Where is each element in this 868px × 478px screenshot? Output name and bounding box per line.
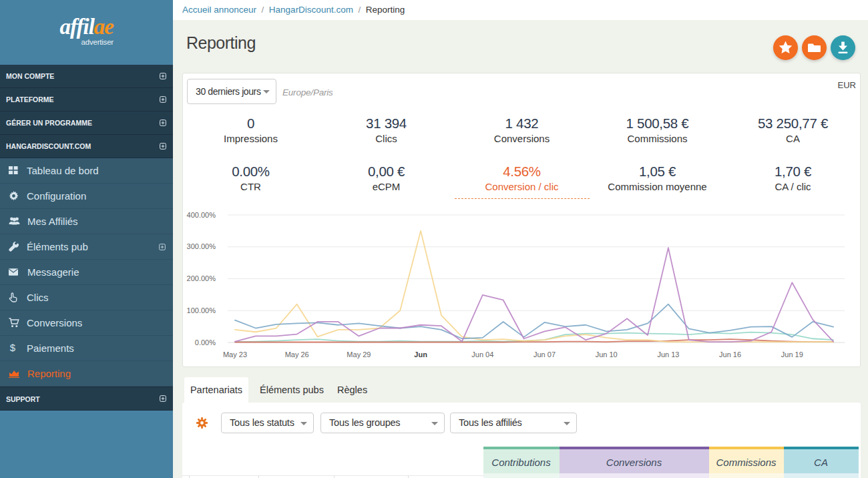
svg-text:Jun: Jun (414, 350, 427, 358)
svg-text:$: $ (10, 342, 16, 353)
svg-text:May 23: May 23 (223, 350, 247, 358)
svg-text:Jun 16: Jun 16 (719, 350, 741, 358)
svg-text:200.00%: 200.00% (187, 274, 216, 282)
svg-text:Jun 13: Jun 13 (657, 350, 679, 358)
svg-text:Jun 04: Jun 04 (471, 350, 493, 358)
svg-text:400.00%: 400.00% (187, 211, 216, 219)
svg-text:Jun 07: Jun 07 (533, 350, 556, 358)
svg-text:May 29: May 29 (347, 350, 371, 358)
svg-text:100.00%: 100.00% (187, 306, 216, 314)
svg-text:Jun 10: Jun 10 (596, 350, 618, 358)
svg-text:300.00%: 300.00% (187, 242, 216, 250)
svg-text:0.00%: 0.00% (195, 338, 216, 346)
svg-text:May 26: May 26 (285, 350, 309, 358)
svg-text:Jun 19: Jun 19 (781, 350, 803, 358)
